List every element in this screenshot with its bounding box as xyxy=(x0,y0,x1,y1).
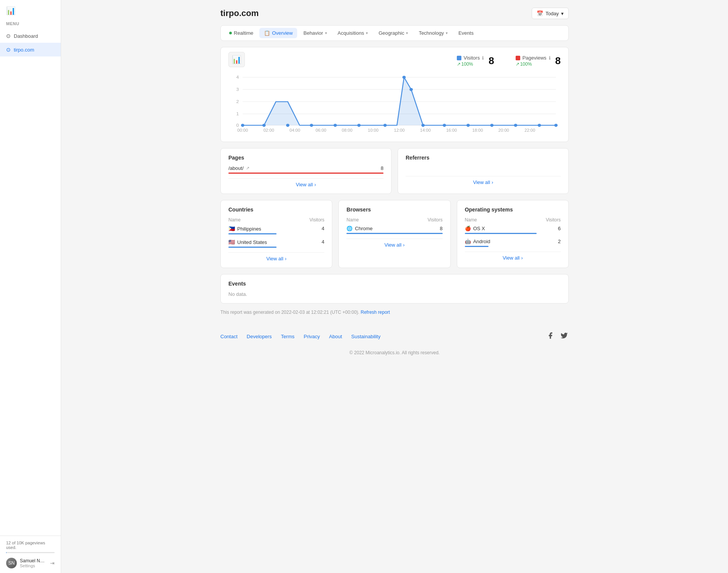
external-link-icon[interactable]: ↗ xyxy=(246,166,249,171)
realtime-dot xyxy=(229,32,232,34)
tab-behavior-label: Behavior xyxy=(303,30,323,36)
chevron-right-icon: › xyxy=(492,179,493,185)
table-row: /about/ ↗ 8 xyxy=(228,165,383,174)
svg-point-16 xyxy=(333,124,337,127)
tab-behavior[interactable]: Behavior ▾ xyxy=(299,28,331,38)
browser-name: Chrome xyxy=(355,226,372,231)
country-value: 4 xyxy=(322,226,324,232)
visitors-change: ↗ 100% xyxy=(457,61,484,67)
svg-text:1: 1 xyxy=(236,111,239,116)
sidebar-item-site[interactable]: ⊙ tirpo.com xyxy=(0,43,61,56)
tab-technology[interactable]: Technology ▾ xyxy=(414,28,452,38)
tab-acquisitions-label: Acquisitions xyxy=(338,30,364,36)
footer-link-about[interactable]: About xyxy=(329,334,342,339)
social-icons xyxy=(546,332,569,341)
page-path: /about/ xyxy=(228,165,244,171)
today-button[interactable]: 📅 Today ▾ xyxy=(532,8,569,19)
svg-text:12:00: 12:00 xyxy=(394,128,404,132)
sidebar-bottom: 12 of 10K pageviews used. SN Samuel Nort… xyxy=(0,536,61,573)
user-name: Samuel Nort... xyxy=(20,558,47,563)
stats-card: 📊 Visitors ℹ ↗ 100% 8 xyxy=(220,47,569,142)
browsers-title: Browsers xyxy=(346,207,442,213)
menu-label: MENU xyxy=(0,21,61,29)
os-view-all[interactable]: View all › xyxy=(465,252,561,261)
svg-point-18 xyxy=(383,124,387,127)
visitors-label: Visitors ℹ xyxy=(457,55,484,61)
footer-link-sustainability[interactable]: Sustainability xyxy=(351,334,381,339)
referrers-title: Referrers xyxy=(406,155,561,161)
visitors-color xyxy=(457,56,461,60)
svg-text:18:00: 18:00 xyxy=(472,128,483,132)
svg-point-15 xyxy=(310,124,313,127)
col-name: Name xyxy=(346,217,359,223)
site-title: tirpo.com xyxy=(220,8,259,18)
col-visitors: Visitors xyxy=(309,217,324,223)
tab-realtime[interactable]: Realtime xyxy=(225,28,258,38)
os-row-label: 🍎 OS X xyxy=(465,226,485,231)
visitors-info-icon[interactable]: ℹ xyxy=(482,55,484,61)
tab-geographic[interactable]: Geographic ▾ xyxy=(374,28,413,38)
svg-point-25 xyxy=(514,124,518,127)
browsers-card: Browsers Name Visitors 🌐 Chrome 8 xyxy=(338,200,450,268)
logo-area: 📊 xyxy=(0,0,61,21)
svg-point-17 xyxy=(357,124,361,127)
svg-text:16:00: 16:00 xyxy=(446,128,457,132)
chevron-down-icon: ▾ xyxy=(325,31,327,35)
flag-icon: 🇺🇸 xyxy=(228,239,235,245)
tab-acquisitions[interactable]: Acquisitions ▾ xyxy=(333,28,372,38)
svg-point-21 xyxy=(421,124,425,127)
footer-link-contact[interactable]: Contact xyxy=(220,334,238,339)
chevron-right-icon: › xyxy=(314,182,316,187)
main-content: tirpo.com 📅 Today ▾ Realtime 📋 Overview … xyxy=(61,0,728,573)
chevron-right-icon: › xyxy=(521,255,523,261)
top-header: tirpo.com 📅 Today ▾ xyxy=(220,8,569,19)
site-icon: ⊙ xyxy=(6,47,11,53)
svg-text:2: 2 xyxy=(236,99,239,104)
referrers-view-all[interactable]: View all › xyxy=(406,176,561,185)
countries-view-all[interactable]: View all › xyxy=(228,252,324,261)
pageviews-change: ↗ 100% xyxy=(516,61,551,67)
pageviews-info-icon[interactable]: ℹ xyxy=(549,55,551,61)
chevron-down-icon: ▾ xyxy=(446,31,448,35)
table-row: 🍎 OS X 6 xyxy=(465,226,561,234)
col-name: Name xyxy=(228,217,241,223)
twitter-icon[interactable] xyxy=(560,332,569,341)
logout-icon[interactable]: ⇥ xyxy=(50,560,55,566)
tab-realtime-label: Realtime xyxy=(234,30,253,36)
referrers-card: Referrers View all › xyxy=(398,148,569,194)
svg-point-27 xyxy=(554,124,558,127)
svg-text:10:00: 10:00 xyxy=(368,128,379,132)
footer-link-terms[interactable]: Terms xyxy=(281,334,294,339)
visitors-value: 8 xyxy=(489,55,494,67)
os-card: Operating systems Name Visitors 🍎 OS X 6 xyxy=(457,200,569,268)
sidebar-item-dashboard[interactable]: ⊙ Dashboard xyxy=(0,29,61,43)
pages-view-all[interactable]: View all › xyxy=(228,178,383,187)
footer-link-privacy[interactable]: Privacy xyxy=(304,334,320,339)
user-settings[interactable]: Settings xyxy=(20,563,47,568)
browsers-view-all[interactable]: View all › xyxy=(346,239,442,248)
chevron-right-icon: › xyxy=(403,242,404,248)
arrow-up-icon: ↗ xyxy=(516,61,519,67)
tab-overview[interactable]: 📋 Overview xyxy=(259,28,297,38)
tab-geographic-label: Geographic xyxy=(379,30,404,36)
country-row-label: 🇺🇸 United States xyxy=(228,239,267,245)
refresh-report-link[interactable]: Refresh report xyxy=(361,310,390,315)
footer-link-developers[interactable]: Developers xyxy=(247,334,272,339)
table-row: 🌐 Chrome 8 xyxy=(346,226,442,234)
col-visitors: Visitors xyxy=(546,217,561,223)
svg-point-13 xyxy=(262,124,266,127)
svg-marker-11 xyxy=(385,77,556,125)
report-note: This report was generated on 2022-02-03 … xyxy=(220,310,569,315)
tab-events[interactable]: Events xyxy=(454,28,478,38)
facebook-icon[interactable] xyxy=(546,332,555,341)
events-card: Events No data. xyxy=(220,274,569,303)
os-title: Operating systems xyxy=(465,207,561,213)
three-col-row: Countries Name Visitors 🇵🇭 Philippines 4 xyxy=(220,200,569,268)
pageviews-stat: Pageviews ℹ ↗ 100% 8 xyxy=(516,55,561,67)
svg-text:20:00: 20:00 xyxy=(498,128,509,132)
browser-value: 8 xyxy=(440,226,442,231)
chevron-down-icon: ▾ xyxy=(406,31,408,35)
nav-tabs: Realtime 📋 Overview Behavior ▾ Acquisiti… xyxy=(220,25,569,41)
pageviews-label: Pageviews ℹ xyxy=(516,55,551,61)
page-value: 8 xyxy=(381,165,383,171)
